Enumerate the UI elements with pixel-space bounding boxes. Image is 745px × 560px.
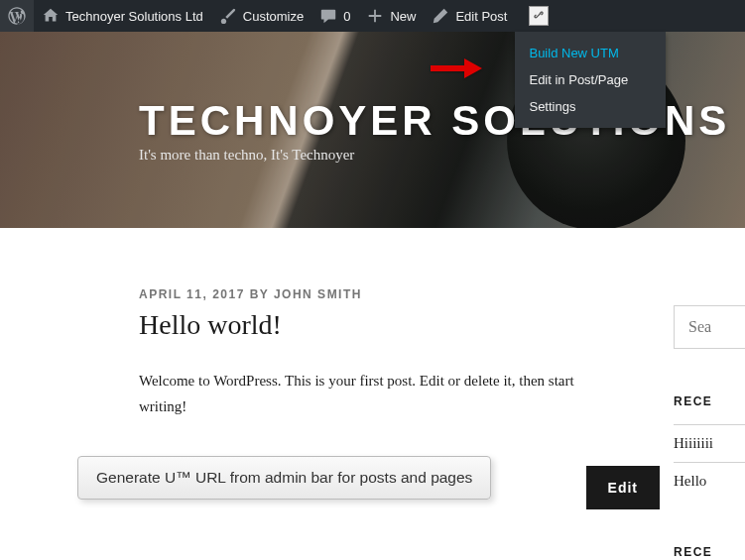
post-body: Welcome to WordPress. This is your first…: [139, 369, 624, 419]
new-label: New: [390, 9, 416, 24]
edit-post-label: Edit Post: [455, 9, 507, 24]
comments-count: 0: [343, 9, 350, 24]
tooltip: Generate U™ URL from admin bar for posts…: [77, 456, 491, 500]
utm-dropdown: Build New UTM Edit in Post/Page Settings: [515, 32, 666, 128]
wp-logo[interactable]: [0, 0, 34, 32]
pencil-icon: [432, 7, 449, 25]
annotation-arrow: [429, 55, 484, 82]
edit-post-item[interactable]: Edit Post: [424, 0, 515, 32]
link-icon: [533, 9, 545, 24]
post-meta: APRIL 11, 2017 BY JOHN SMITH: [139, 287, 624, 301]
site-tagline: It's more than techno, It's Technoyer: [139, 147, 745, 164]
customize-label: Customize: [243, 9, 304, 24]
content-area: APRIL 11, 2017 BY JOHN SMITH Hello world…: [0, 228, 745, 560]
dropdown-settings[interactable]: Settings: [515, 93, 666, 120]
site-name: Technoyer Solutions Ltd: [65, 9, 203, 24]
sidebar-heading-recent-2: RECE: [674, 545, 745, 559]
plus-icon: [366, 7, 384, 25]
list-item[interactable]: Hello: [674, 462, 745, 500]
home-icon: [42, 7, 60, 25]
list-item[interactable]: Hiiiiiii: [674, 424, 745, 462]
dropdown-build-utm[interactable]: Build New UTM: [515, 40, 666, 66]
comment-icon: [319, 7, 337, 25]
wp-admin-bar: Technoyer Solutions Ltd Customize 0 New …: [0, 0, 745, 32]
sidebar-heading-recent-1: RECE: [674, 394, 745, 408]
wordpress-icon: [8, 7, 26, 25]
utm-menu-item[interactable]: Build New UTM Edit in Post/Page Settings: [515, 0, 562, 32]
brush-icon: [219, 7, 237, 25]
sidebar: Sea RECE Hiiiiiii Hello RECE: [674, 287, 745, 560]
edit-button[interactable]: Edit: [586, 466, 660, 509]
utm-button[interactable]: [529, 6, 549, 26]
search-input[interactable]: Sea: [674, 305, 745, 349]
comments-item[interactable]: 0: [311, 0, 358, 32]
dropdown-edit-post[interactable]: Edit in Post/Page: [515, 66, 666, 93]
main-column: APRIL 11, 2017 BY JOHN SMITH Hello world…: [0, 287, 674, 560]
post-title[interactable]: Hello world!: [139, 309, 624, 341]
site-name-item[interactable]: Technoyer Solutions Ltd: [34, 0, 211, 32]
new-item[interactable]: New: [358, 0, 424, 32]
customize-item[interactable]: Customize: [211, 0, 311, 32]
